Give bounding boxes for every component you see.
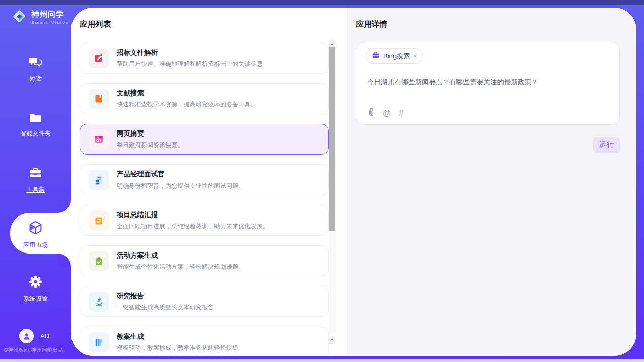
hash-icon[interactable]: # [399,108,403,118]
microscope-icon [89,292,109,312]
sidebar-item-label: 应用市场 [23,241,48,249]
top-edge-strip [0,0,644,5]
toolbox-icon [28,166,43,182]
app-card-desc: 每日政府新闻资讯快查。 [117,141,184,150]
app-card-lesson-plan[interactable]: 教案生成 模板驱动，教案秒成，教学准备从此轻松快捷 [80,327,329,356]
brand-diamond-icon [11,8,27,26]
app-card-name: 招标文件解析 [117,48,263,57]
main-content: 应用列表 招标文件解析 帮助用户快速、准确地理解和解析招标书中的关键信息 [71,8,636,356]
sidebar-item-settings[interactable]: 系统设置 [0,275,71,303]
prompt-card: Bing搜索 × 今日湖北有哪些新闻要点？有哪些需要关注的最新政策？ @ # [356,42,620,125]
plugin-chip-label: Bing搜索 [383,52,410,61]
sidebar-item-label: 工具集 [26,185,45,194]
copyright-text: ©神州数码·神州问学出品 [4,347,63,354]
app-card-name: 项目总结汇报 [117,210,269,220]
input-toolbar: @ # [367,107,403,119]
app-card-desc: 明确身份和职责，为您提供专业性的面试问题。 [117,182,244,190]
gear-icon [28,275,43,291]
app-list: 招标文件解析 帮助用户快速、准确地理解和解析招标书中的关键信息 文献搜索 [80,43,329,356]
run-button[interactable]: 运行 [593,137,620,153]
app-card-project-summary[interactable]: 项目总结汇报 全面回顾项目进展，总结经验教训，助力未来优化发展。 [80,205,329,236]
app-list-title: 应用列表 [80,19,111,30]
app-card-name: 活动方案生成 [117,251,244,260]
list-scrollbar[interactable]: ▲ ▼ [329,40,335,344]
edit-document-icon [89,48,109,68]
app-card-research-report[interactable]: 研究报告 一键智能生成高质量长文本研究报告 [80,286,329,317]
app-card-name: 网页摘要 [117,129,184,138]
books-icon [89,332,109,352]
briefcase-icon [372,51,380,61]
app-card-pm-interviewer[interactable]: 产品经理面试官 明确身份和职责，为您提供专业性的面试问题。 [80,164,329,195]
web-code-icon [89,129,109,150]
sidebar-item-label: 系统设置 [23,295,48,303]
app-card-name: 研究报告 [117,292,214,301]
bubble-corner-bottom [58,254,71,267]
memo-icon [89,210,109,231]
brand-subtitle: Smart Vision [31,20,69,25]
brand-logo: 神州问学 Smart Vision [11,8,69,26]
sidebar-item-chat[interactable]: 对话 [0,56,71,83]
clipboard-check-icon [89,251,109,271]
close-icon[interactable]: × [413,53,417,59]
app-card-desc: 快速精准查找学术资源，提高研究效率的必备工具。 [117,100,257,109]
bubble-corner-top [58,200,71,213]
app-card-desc: 一键智能生成高质量长文本研究报告 [117,303,214,312]
at-sign-icon[interactable]: @ [383,108,391,118]
app-card-desc: 智能生成个性化活动方案，轻松解决规划难题。 [117,263,244,271]
bottom-edge-strip [0,359,644,362]
scroll-up-arrow-icon[interactable]: ▲ [329,40,335,47]
app-card-event-plan[interactable]: 活动方案生成 智能生成个性化活动方案，轻松解决规划难题。 [80,245,329,276]
cube-icon [28,220,43,237]
avatar [19,329,34,343]
app-card-bid-parse[interactable]: 招标文件解析 帮助用户快速、准确地理解和解析招标书中的关键信息 [80,43,329,74]
book-icon [89,89,109,109]
user-profile[interactable]: AD [19,329,49,343]
app-card-literature-search[interactable]: 文献搜索 快速精准查找学术资源，提高研究效率的必备工具。 [80,83,329,114]
user-name: AD [40,332,49,340]
plugin-chip-bing-search[interactable]: Bing搜索 × [366,48,423,64]
app-detail-panel: 应用详情 Bing搜索 × 今日湖北有哪些新闻要点？有哪些需要关注的最新政策？ [347,8,636,356]
sidebar-item-app-market[interactable]: 应用市场 [0,220,71,249]
query-input[interactable]: 今日湖北有哪些新闻要点？有哪些需要关注的最新政策？ [367,78,605,87]
scroll-down-arrow-icon[interactable]: ▼ [329,336,335,343]
sidebar-item-smart-folder[interactable]: 智能文件夹 [0,112,71,138]
app-list-panel: 应用列表 招标文件解析 帮助用户快速、准确地理解和解析招标书中的关键信息 [71,8,347,356]
app-card-web-summary[interactable]: 网页摘要 每日政府新闻资讯快查。 [80,124,329,155]
app-card-name: 教案生成 [117,332,238,341]
app-detail-title: 应用详情 [356,19,387,30]
app-card-name: 产品经理面试官 [117,170,244,179]
brand-name: 神州问学 [31,10,69,19]
interviewer-icon [89,170,109,190]
sidebar-item-toolset[interactable]: 工具集 [0,166,71,194]
app-card-desc: 模板驱动，教案秒成，教学准备从此轻松快捷 [117,344,238,352]
paperclip-icon[interactable] [367,107,375,119]
app-window: 神州问学 Smart Vision 对话 智能文件夹 [0,0,644,362]
app-card-name: 文献搜索 [117,89,257,98]
folder-icon [28,112,43,126]
app-card-desc: 帮助用户快速、准确地理解和解析招标书中的关键信息 [117,60,263,68]
sidebar: 神州问学 Smart Vision 对话 智能文件夹 [0,0,71,362]
scrollbar-thumb[interactable] [329,47,335,231]
sidebar-item-label: 对话 [29,75,42,83]
sidebar-item-label: 智能文件夹 [20,129,51,138]
chat-icon [28,56,43,71]
app-card-desc: 全面回顾项目进展，总结经验教训，助力未来优化发展。 [117,222,269,231]
